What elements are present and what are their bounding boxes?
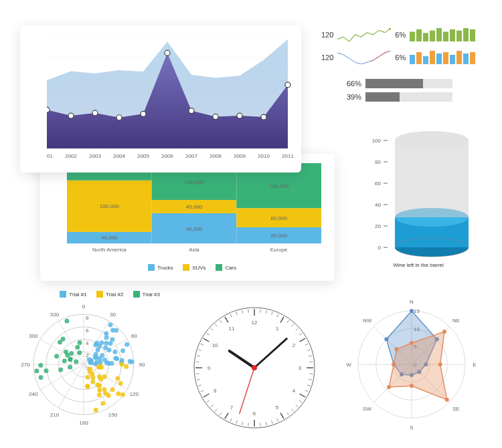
svg-point-349	[387, 385, 391, 389]
svg-point-29	[189, 108, 194, 114]
svg-point-30	[213, 114, 218, 119]
sparkbars-1	[410, 28, 477, 41]
svg-point-345	[442, 330, 446, 334]
svg-point-186	[116, 391, 120, 396]
svg-point-174	[92, 362, 97, 366]
svg-text:90,000: 90,000	[186, 226, 203, 232]
svg-point-350	[392, 362, 396, 366]
svg-point-166	[94, 356, 99, 360]
svg-text:80: 80	[375, 159, 381, 165]
svg-point-223	[44, 368, 48, 373]
area-chart-card: 05001,0001,5002,0002,500 200120022003200…	[20, 25, 301, 173]
svg-text:180: 180	[79, 420, 88, 426]
svg-text:1: 1	[276, 326, 279, 332]
svg-rect-79	[450, 29, 455, 41]
progress1-label: 66%	[341, 80, 361, 88]
svg-point-220	[34, 368, 39, 373]
svg-point-228	[64, 350, 68, 354]
legend-trial3: Trial #3	[143, 292, 160, 298]
svg-point-172	[120, 348, 125, 353]
svg-text:0: 0	[378, 245, 382, 251]
svg-point-346	[438, 362, 442, 366]
spark2-value: 120	[321, 53, 333, 62]
svg-text:W: W	[346, 362, 351, 368]
svg-point-231	[74, 359, 78, 364]
svg-point-184	[113, 356, 118, 360]
svg-point-203	[97, 374, 102, 379]
area-chart: 05001,0001,5002,0002,500 200120022003200…	[47, 35, 301, 165]
svg-point-158	[110, 337, 114, 342]
svg-text:6: 6	[253, 411, 256, 417]
svg-point-351	[394, 347, 398, 351]
legend-suvs: SUVs	[192, 265, 205, 271]
svg-text:120: 120	[130, 391, 139, 397]
polar-legend: Trial #1 Trial #2 Trial #3	[60, 291, 168, 299]
svg-text:9: 9	[207, 365, 211, 371]
svg-point-23	[47, 107, 50, 112]
svg-point-211	[94, 408, 98, 413]
legend-trial2: Trial #2	[106, 292, 123, 298]
svg-rect-78	[443, 31, 448, 41]
barrel-title: Wine left in the barrel	[351, 262, 485, 268]
svg-point-218	[54, 354, 59, 358]
svg-text:2005: 2005	[137, 153, 149, 159]
svg-text:20: 20	[375, 223, 381, 229]
svg-text:2002: 2002	[65, 153, 77, 159]
svg-text:0: 0	[82, 304, 86, 310]
svg-point-311	[252, 365, 257, 370]
svg-rect-52	[67, 232, 152, 243]
svg-text:2: 2	[292, 342, 296, 348]
svg-point-168	[104, 336, 108, 340]
svg-rect-89	[450, 55, 455, 64]
svg-text:60: 60	[131, 333, 137, 339]
svg-point-232	[78, 340, 82, 345]
svg-rect-59	[152, 200, 237, 213]
spark1-pct: 6%	[395, 31, 406, 39]
svg-point-160	[107, 348, 112, 352]
svg-point-175	[114, 328, 118, 332]
svg-text:7: 7	[230, 405, 234, 411]
svg-rect-82	[470, 29, 475, 41]
svg-text:50,000: 50,000	[270, 233, 287, 239]
svg-text:3: 3	[299, 365, 302, 371]
svg-point-204	[91, 375, 96, 380]
svg-text:6: 6	[86, 328, 89, 334]
svg-point-196	[110, 387, 115, 392]
svg-text:11: 11	[229, 326, 235, 332]
svg-point-25	[92, 110, 98, 116]
svg-point-161	[104, 341, 108, 346]
svg-point-182	[112, 350, 117, 354]
svg-point-26	[116, 115, 122, 120]
svg-point-157	[102, 358, 107, 362]
stacked-bar-chart: 010%20%30%40%50%60%70%80% 40,000180,0009…	[67, 163, 331, 260]
svg-point-224	[62, 358, 67, 363]
svg-rect-86	[430, 51, 435, 64]
svg-point-109	[395, 131, 469, 150]
svg-point-234	[75, 345, 80, 350]
svg-text:2009: 2009	[234, 153, 246, 159]
svg-point-214	[97, 388, 102, 393]
svg-rect-81	[463, 28, 469, 41]
svg-text:60: 60	[375, 181, 381, 187]
svg-text:5: 5	[276, 405, 279, 411]
svg-point-28	[165, 50, 170, 55]
svg-point-199	[86, 375, 90, 380]
svg-text:E: E	[473, 362, 476, 368]
svg-rect-90	[456, 51, 462, 64]
svg-text:300: 300	[29, 333, 38, 339]
svg-point-209	[96, 365, 101, 370]
svg-text:270: 270	[21, 362, 30, 368]
svg-text:40,000: 40,000	[186, 204, 203, 210]
svg-rect-80	[456, 31, 462, 41]
svg-point-206	[120, 393, 125, 397]
sparkbars-2	[410, 51, 477, 64]
svg-point-181	[109, 361, 114, 366]
svg-point-24	[68, 113, 74, 118]
svg-text:2004: 2004	[113, 153, 125, 159]
svg-text:S: S	[410, 425, 413, 431]
svg-text:210: 210	[50, 412, 60, 418]
svg-point-32	[261, 114, 266, 120]
svg-text:NE: NE	[452, 318, 460, 324]
svg-point-215	[64, 318, 69, 323]
svg-rect-77	[436, 28, 442, 41]
